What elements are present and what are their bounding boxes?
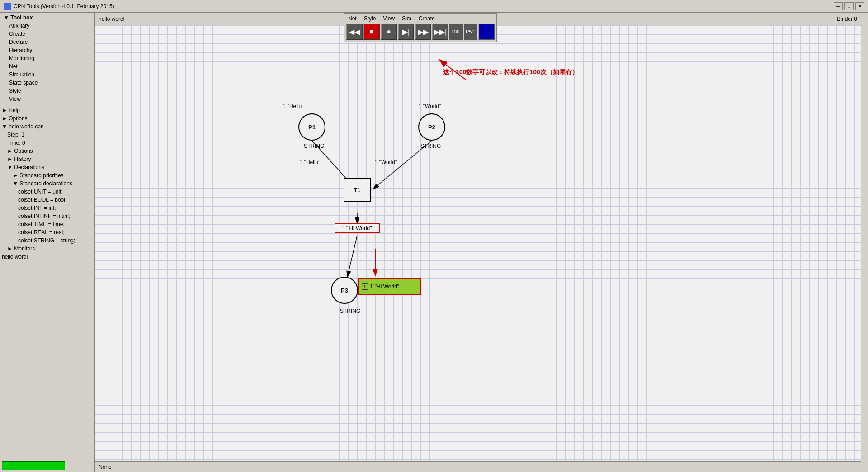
sidebar-decl-bool: colset BOOL = bool; [0,196,94,204]
sidebar-item-declarations[interactable]: ▼ Declarations [0,163,94,171]
sidebar-decl-intinf: colset INTINF = intinf; [0,212,94,220]
canvas-container: hello wordl Binder 0 [95,13,868,472]
fast-forward-button[interactable]: ▶▶ [415,24,431,40]
red-arrow-svg [357,247,393,283]
status-bar: None [95,461,861,472]
canvas-title: hello wordl [99,16,124,22]
sidebar-item-options-top[interactable]: ► Options [0,114,94,123]
sidebar: ▼ Tool box Auxiliary Create Declare Hier… [0,13,95,472]
token-box-top-text: 1`"Hi World" [343,225,372,231]
sidebar-item-model[interactable]: ▼ helo world.cpn [0,123,94,131]
place-p2[interactable]: P2 [418,113,445,141]
sidebar-item-state-space[interactable]: State space [2,79,93,87]
blue-button[interactable] [478,24,495,40]
ff-end-button[interactable]: ▶▶| [432,24,448,40]
annotation-text: 这个100数字可以改：持续执行100次（如果有） [443,68,578,76]
arc-label-p2-token: 1`"World" [418,103,441,109]
step-count[interactable]: 100 [449,24,463,40]
sidebar-decl-time: colset TIME = time; [0,220,94,228]
tab-style[interactable]: Style [362,15,378,22]
sidebar-divider-1 [0,105,94,105]
arc-label-p2-t1: 1`"World" [374,159,397,165]
toolbar-buttons: ◀◀ ■ ● ▶| ▶▶ ▶▶| 100 P50 [346,24,495,40]
toolbox-section: ▼ Tool box Auxiliary Create Declare Hier… [0,13,94,104]
sidebar-bottom [0,459,94,472]
sidebar-item-simulation[interactable]: Simulation [2,71,93,79]
binder-id: Binder 0 [837,16,857,22]
sidebar-divider-2 [0,262,94,262]
tab-create[interactable]: Create [417,15,437,22]
maximize-button[interactable]: □ [844,2,854,10]
place-p2-label: P2 [428,124,435,131]
sidebar-item-auxiliary[interactable]: Auxiliary [2,22,93,30]
title-bar: CPN Tools (Version 4.0.1, February 2015)… [0,0,868,13]
main-layout: ▼ Tool box Auxiliary Create Declare Hier… [0,13,868,472]
green-status-bar [2,461,65,470]
arc-label-p1-token: 1`"Hello" [283,103,304,109]
toolbar-area: Net Style View Sim Create ◀◀ ■ ● ▶| ▶▶ ▶… [344,13,497,42]
sidebar-item-declare[interactable]: Declare [2,38,93,46]
token-highlight-text: 1`"Hi World" [370,283,399,290]
sidebar-item-create[interactable]: Create [2,30,93,38]
tab-sim[interactable]: Sim [400,15,413,22]
sidebar-item-hierarchy[interactable]: Hierarchy [2,46,93,54]
window-controls[interactable]: — □ ✕ [834,2,864,10]
tab-net[interactable]: Net [346,15,359,22]
rewind-button[interactable]: ◀◀ [346,24,363,40]
svg-line-5 [347,236,357,278]
sidebar-item-monitors[interactable]: ► Monitors [0,245,94,253]
toolbar-tabs: Net Style View Sim Create [346,15,495,22]
sidebar-item-history[interactable]: ► History [0,155,94,163]
sidebar-decl-real: colset REAL = real; [0,228,94,236]
sidebar-item-monitoring[interactable]: Monitoring [2,54,93,62]
sidebar-item-time: Time: 0 [0,139,94,147]
sidebar-item-standard-priorities[interactable]: ► Standard priorities [0,171,94,179]
sidebar-item-net[interactable]: Net [2,62,93,71]
canvas-area[interactable]: P1 1`"Hello" STRING P2 1`"World" STRING … [95,25,861,461]
place-p1[interactable]: P1 [298,113,326,141]
status-text: None [99,464,112,470]
transition-t1-label: T1 [354,187,360,194]
type-label-p2: STRING [420,143,441,149]
sidebar-item-step: Step: 1 [0,131,94,139]
place-p3-label: P3 [341,287,348,294]
sidebar-item-view[interactable]: View [2,95,93,103]
stop-button[interactable]: ■ [363,24,380,40]
toolbox-header: ▼ Tool box [2,14,93,22]
title-bar-left: CPN Tools (Version 4.0.1, February 2015) [4,3,114,10]
sidebar-item-model-options[interactable]: ► Options [0,147,94,155]
token-count-badge: 1 [362,283,368,290]
canvas-wrapper: hello wordl Binder 0 [95,13,861,472]
sidebar-decl-int: colset INT = int; [0,204,94,212]
play-button[interactable]: ● [381,24,397,40]
toolbar-panel: Net Style View Sim Create ◀◀ ■ ● ▶| ▶▶ ▶… [344,13,497,42]
type-label-p1: STRING [304,143,324,149]
tab-view[interactable]: View [381,15,396,22]
minimize-button[interactable]: — [834,2,843,10]
sidebar-item-hello-world[interactable]: hello wordl [0,253,94,261]
close-button[interactable]: ✕ [855,2,864,10]
sidebar-decl-string: colset STRING = string; [0,236,94,245]
canvas-svg [95,25,861,461]
sidebar-item-style[interactable]: Style [2,87,93,95]
arc-label-p1-t1: 1`"Hello" [299,159,321,165]
right-scrollbar[interactable] [861,13,868,472]
sidebar-decl-unit: colset UNIT = unit; [0,188,94,196]
step-end-button[interactable]: ▶| [398,24,414,40]
sidebar-item-help[interactable]: ► Help [0,106,94,114]
sidebar-item-standard-declarations[interactable]: ▼ Standard declarations [0,179,94,188]
content-area: Net Style View Sim Create ◀◀ ■ ● ▶| ▶▶ ▶… [95,13,868,472]
type-label-p3: STRING [340,308,360,314]
token-box-top: 1`"Hi World" [335,223,380,233]
app-icon [4,3,11,10]
place-p1-label: P1 [308,124,316,131]
token-highlight-box: 1 1`"Hi World" [358,278,421,295]
app-title: CPN Tools (Version 4.0.1, February 2015) [14,3,114,9]
transition-t1[interactable]: T1 [344,178,371,202]
p50-label[interactable]: P50 [464,24,477,40]
toolbox-arrow: ▼ [4,14,10,21]
place-p3[interactable]: P3 [331,277,358,304]
